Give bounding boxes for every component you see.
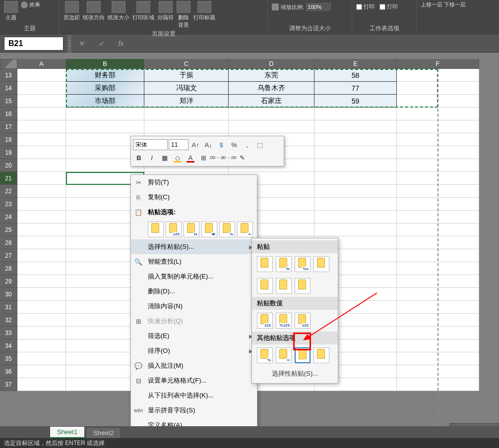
increase-font-icon[interactable]: A↑ <box>189 139 201 150</box>
row-header-20[interactable]: 20 <box>0 159 17 172</box>
cell-A22[interactable] <box>17 185 66 198</box>
cell-F16[interactable] <box>397 108 479 120</box>
sm-paste-noborder-icon[interactable] <box>257 278 273 294</box>
paste-formulas-icon[interactable]: fx <box>184 222 199 237</box>
cell-D16[interactable] <box>229 108 314 120</box>
cell-D13[interactable]: 东莞 <box>229 69 314 82</box>
cell-F32[interactable] <box>397 314 479 327</box>
row-header-27[interactable]: 27 <box>0 249 17 262</box>
sm-paste-source-fmt-icon[interactable] <box>313 256 329 272</box>
col-header-C[interactable]: C <box>144 59 229 69</box>
cell-E24[interactable] <box>314 211 397 224</box>
cell-B16[interactable] <box>66 108 144 120</box>
sm-formatting-icon[interactable]: % <box>257 347 273 363</box>
cell-E18[interactable] <box>314 133 397 146</box>
row-header-35[interactable]: 35 <box>0 352 17 365</box>
sheet-tab-2[interactable]: Sheet2 <box>86 427 121 438</box>
cell-E13[interactable]: 58 <box>314 69 397 82</box>
cell-D17[interactable] <box>229 120 314 133</box>
sm-picture-icon[interactable] <box>295 347 311 363</box>
cell-A19[interactable] <box>17 146 66 159</box>
clear-item[interactable]: 清除内容(N) <box>131 299 257 314</box>
name-box[interactable]: B21 <box>4 37 63 51</box>
cell-E19[interactable] <box>314 146 397 159</box>
sm-paste-special-link[interactable]: 选择性粘贴(S)... <box>252 366 338 381</box>
cell-A23[interactable] <box>17 198 66 211</box>
cell-A37[interactable] <box>17 378 66 391</box>
delete-item[interactable]: 删除(D)... <box>131 284 257 299</box>
col-header-A[interactable]: A <box>17 59 66 69</box>
fx-button[interactable]: fx <box>111 37 131 51</box>
delete-bg-button[interactable]: 删除 背景 <box>177 1 190 29</box>
cell-F27[interactable] <box>397 249 479 262</box>
cell-A30[interactable] <box>17 288 66 301</box>
cell-A17[interactable] <box>17 120 66 133</box>
insert-comment-item[interactable]: 💬 插入批注(M) <box>131 358 257 373</box>
font-combo[interactable]: 宋体 <box>133 139 168 150</box>
row-header-24[interactable]: 24 <box>0 211 17 224</box>
sm-paste-formulas-fmt-icon[interactable]: %x <box>295 256 311 272</box>
row-header-21[interactable]: 21 <box>0 172 17 185</box>
borders-icon[interactable]: ⊞ <box>197 152 209 163</box>
cell-F36[interactable] <box>397 365 479 378</box>
increase-decimal-icon[interactable]: .0→.00 <box>223 152 235 163</box>
cell-F31[interactable] <box>397 301 479 314</box>
cell-F20[interactable] <box>397 159 479 172</box>
cell-E25[interactable] <box>314 224 397 236</box>
cell-E21[interactable] <box>314 172 397 185</box>
cut-item[interactable]: ✂ 剪切(T) <box>131 175 257 190</box>
row-header-30[interactable]: 30 <box>0 288 17 301</box>
cell-C14[interactable]: 冯瑞文 <box>144 82 229 95</box>
accounting-format-icon[interactable]: $ <box>215 139 227 150</box>
cell-A25[interactable] <box>17 224 66 236</box>
filter-item[interactable]: 筛选(E) ▶ <box>131 329 257 343</box>
print-checkbox-2[interactable]: 打印 <box>379 3 398 10</box>
sm-values-icon[interactable]: 123 <box>257 313 273 329</box>
cell-A14[interactable] <box>17 82 66 95</box>
sheet-tab-1[interactable]: Sheet1 <box>50 426 85 438</box>
copy-item[interactable]: ⎘ 复制(C) <box>131 190 257 205</box>
cell-E20[interactable] <box>314 159 397 172</box>
cell-A13[interactable] <box>17 69 66 82</box>
cell-F17[interactable] <box>397 120 479 133</box>
sm-paste-all-icon[interactable] <box>257 256 273 272</box>
paste-values-icon[interactable]: 123 <box>166 222 182 237</box>
cell-F15[interactable] <box>397 95 479 108</box>
merge-icon[interactable]: ⬚ <box>254 139 266 150</box>
smart-lookup-item[interactable]: 🔍 智能查找(L) <box>131 254 257 269</box>
confirm-button[interactable]: ✓ <box>91 37 111 51</box>
cell-A20[interactable] <box>17 159 66 172</box>
cell-E23[interactable] <box>314 198 397 211</box>
sm-paste-colwidth-icon[interactable] <box>276 278 292 294</box>
paste-special-item[interactable]: 选择性粘贴(S)... ▶ <box>131 239 257 254</box>
row-header-28[interactable]: 28 <box>0 262 17 275</box>
cell-A16[interactable] <box>17 108 66 120</box>
paste-transpose-icon[interactable]: ⇄ <box>201 222 217 237</box>
comma-icon[interactable]: , <box>241 139 253 150</box>
cell-A31[interactable] <box>17 301 66 314</box>
cell-F18[interactable] <box>397 133 479 146</box>
cell-F24[interactable] <box>397 211 479 224</box>
cell-F25[interactable] <box>397 224 479 236</box>
cell-C16[interactable] <box>144 108 229 120</box>
cell-E14[interactable]: 77 <box>314 82 397 95</box>
row-header-31[interactable]: 31 <box>0 301 17 314</box>
row-header-17[interactable]: 17 <box>0 120 17 133</box>
row-header-29[interactable]: 29 <box>0 275 17 288</box>
row-header-36[interactable]: 36 <box>0 365 17 378</box>
row-header-32[interactable]: 32 <box>0 314 17 327</box>
pick-from-list-item[interactable]: 从下拉列表中选择(K)... <box>131 388 257 403</box>
sm-paste-formulas-icon[interactable]: fx <box>276 256 292 272</box>
cell-B14[interactable]: 采购部 <box>66 82 144 95</box>
breaks-button[interactable]: 分隔符 <box>157 1 174 21</box>
print-titles-button[interactable]: 打印标题 <box>193 1 215 21</box>
cell-A33[interactable] <box>17 327 66 339</box>
percent-icon[interactable]: % <box>228 139 240 150</box>
cell-A29[interactable] <box>17 275 66 288</box>
cell-C17[interactable] <box>144 120 229 133</box>
cell-F28[interactable] <box>397 262 479 275</box>
sm-values-numfmt-icon[interactable]: %123 <box>276 313 292 329</box>
fill-color-icon[interactable]: ◇ <box>172 152 184 163</box>
margins-button[interactable]: 页边距 <box>63 1 80 21</box>
formula-input[interactable] <box>131 37 499 51</box>
